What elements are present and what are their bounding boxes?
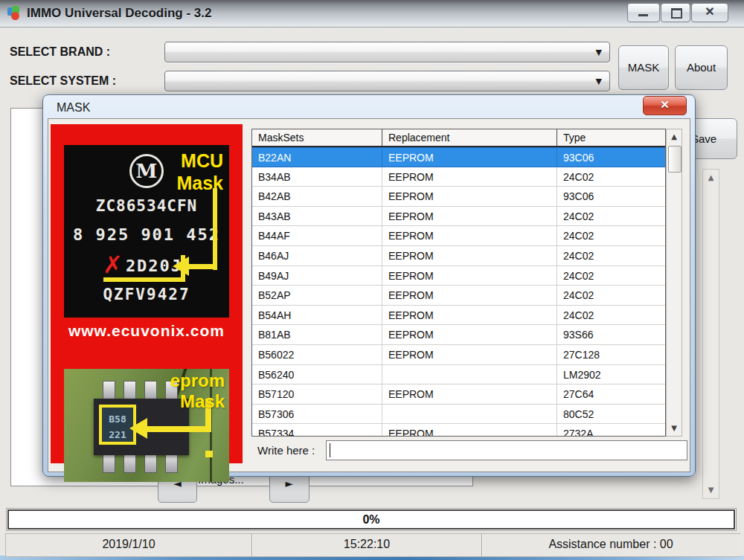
column-header-masksets[interactable]: MaskSets — [252, 129, 382, 146]
table-cell: 93S66 — [557, 325, 665, 344]
scroll-down-icon[interactable]: ▼ — [667, 422, 682, 435]
status-bar: 2019/1/10 15:22:10 Assistance number : 0… — [5, 533, 740, 557]
table-row[interactable]: B46AJEEPROM24C02 — [252, 246, 665, 266]
table-row[interactable]: B5730680C52 — [252, 405, 665, 425]
table-cell: EEPROM — [382, 306, 557, 325]
brand-combobox[interactable]: ▼ — [164, 42, 610, 62]
table-row[interactable]: B42ABEEPROM93C06 — [252, 187, 665, 207]
table-row[interactable]: B52APEEPROM24C02 — [252, 286, 665, 306]
mask-dialog: MASK ✕ M MCU Mask ZC86534CFN 8 925 901 4… — [42, 94, 696, 477]
table-header: MaskSets Replacement Type — [252, 129, 665, 147]
dialog-close-button[interactable]: ✕ — [643, 96, 687, 115]
scrollbar-thumb[interactable] — [668, 146, 682, 173]
table-cell: 24C02 — [557, 306, 665, 325]
table-row[interactable]: B43ABEEPROM24C02 — [252, 207, 665, 227]
table-cell: EEPROM — [382, 325, 557, 344]
table-cell: 80C52 — [557, 405, 665, 424]
chip-pin — [165, 452, 178, 473]
app-window: IMMO Universal Decoding - 3.2 ✕ SELECT B… — [0, 0, 744, 560]
table-cell: B49AJ — [252, 266, 382, 286]
table-cell: B46AJ — [252, 246, 382, 265]
table-cell: EEPROM — [382, 384, 557, 404]
eprom-marking-line: B58 — [102, 412, 133, 428]
select-brand-label: SELECT BRAND : — [10, 42, 110, 62]
column-header-type[interactable]: Type — [557, 129, 665, 146]
yellow-arrow-shaft — [146, 426, 211, 432]
table-cell: B42AB — [252, 187, 382, 206]
about-button[interactable]: About — [675, 45, 728, 90]
table-row[interactable]: B34ABEEPROM24C02 — [252, 167, 665, 187]
mask-button[interactable]: MASK — [618, 45, 669, 90]
column-header-replacement[interactable]: Replacement — [382, 129, 557, 146]
table-row[interactable]: B49AJEEPROM24C02 — [252, 266, 665, 286]
table-cell: B43AB — [252, 207, 382, 226]
table-cell: EEPROM — [382, 207, 557, 226]
chip-marking-line: QZFV9427 — [64, 286, 229, 303]
table-cell: EEPROM — [382, 345, 557, 364]
table-scrollbar[interactable]: ▲ ▼ — [666, 129, 682, 437]
table-cell: B57334 — [252, 424, 382, 437]
system-combobox[interactable]: ▼ — [164, 71, 610, 91]
table-cell: B54AH — [252, 306, 382, 325]
maximize-icon — [671, 8, 682, 19]
table-cell: EEPROM — [382, 286, 557, 305]
chip-pin — [124, 452, 136, 473]
table-row[interactable]: B54AHEEPROM24C02 — [252, 306, 665, 326]
minimize-button[interactable] — [627, 3, 660, 22]
scroll-up-icon[interactable]: ▲ — [703, 171, 719, 184]
progress-value: 0% — [7, 509, 735, 530]
table-row[interactable]: B57120EEPROM27C64 — [252, 384, 665, 405]
motorola-logo-icon: M — [129, 154, 164, 188]
scroll-up-icon[interactable]: ▲ — [667, 130, 682, 144]
table-row[interactable]: B56022EEPROM27C128 — [252, 345, 665, 365]
table-row[interactable]: B81ABEEPROM93S66 — [252, 325, 665, 345]
close-icon: ✕ — [660, 98, 670, 111]
mcu-photo: M MCU Mask ZC86534CFN 8 925 901 452 2D20… — [64, 145, 229, 318]
table-cell: B52AP — [252, 286, 382, 305]
table-cell: 93C06 — [557, 187, 665, 206]
table-row[interactable]: B57334EEPROM2732A — [252, 424, 665, 437]
table-cell: 24C02 — [557, 286, 665, 305]
arrow-right-icon: ► — [286, 477, 294, 489]
table-cell: EEPROM — [382, 167, 557, 187]
close-button[interactable]: ✕ — [691, 3, 728, 22]
title-bar: IMMO Universal Decoding - 3.2 ✕ — [0, 0, 744, 28]
table-body: B22ANEEPROM93C06B34ABEEPROM24C02B42ABEEP… — [252, 147, 665, 437]
eprom-tag: eprom — [170, 370, 225, 391]
dialog-title: MASK — [57, 99, 90, 117]
main-scrollbar[interactable]: ▲ ▼ — [702, 169, 719, 499]
table-row[interactable]: B22ANEEPROM93C06 — [252, 147, 665, 167]
table-row[interactable]: B56240LM2902 — [252, 365, 665, 385]
table-cell: B57306 — [252, 405, 382, 424]
chip-marking-line: ZC86534CFN — [64, 197, 229, 215]
scroll-down-icon[interactable]: ▼ — [703, 483, 719, 497]
table-cell: B56240 — [252, 365, 382, 384]
eprom-photo: B58 221 eprom Mask — [64, 369, 229, 482]
chip-image-panel: M MCU Mask ZC86534CFN 8 925 901 452 2D20… — [51, 124, 243, 463]
table-cell: B34AB — [252, 167, 382, 187]
status-date: 2019/1/10 — [6, 534, 252, 556]
progress-bar: 0% — [6, 508, 737, 531]
minimize-icon — [638, 14, 648, 16]
write-here-input[interactable] — [326, 440, 687, 460]
text-caret — [330, 443, 330, 457]
yellow-arrow-head — [129, 418, 147, 439]
table-cell: 27C64 — [557, 384, 665, 404]
write-here-label: Write here : — [257, 444, 315, 457]
table-cell: EEPROM — [382, 187, 557, 206]
yellow-arrow-shaft — [189, 264, 217, 269]
table-cell: EEPROM — [382, 246, 557, 265]
mask-tag: Mask — [180, 391, 225, 412]
yellow-arrow-line — [213, 188, 217, 270]
table-cell: B44AF — [252, 226, 382, 245]
table-cell — [382, 405, 557, 424]
table-cell: EEPROM — [382, 266, 557, 286]
table-row[interactable]: B44AFEEPROM24C02 — [252, 226, 665, 246]
table-cell: LM2902 — [557, 365, 665, 384]
status-assistance-number: Assistance number : 00 — [482, 534, 740, 556]
chip-marking-line: 8 925 901 452 — [64, 225, 229, 244]
window-title: IMMO Universal Decoding - 3.2 — [27, 0, 211, 27]
maximize-button[interactable] — [661, 3, 690, 22]
table-cell — [382, 365, 557, 384]
table-cell: 93C06 — [557, 148, 665, 167]
